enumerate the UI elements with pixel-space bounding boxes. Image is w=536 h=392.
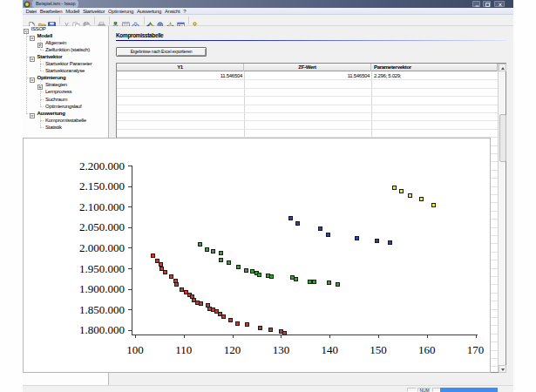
optimize-icon[interactable]: [166, 17, 174, 25]
data-point-serie-gelb: [408, 193, 412, 198]
data-point-serie-gruen: [205, 247, 209, 252]
table-scrollbar[interactable]: [498, 64, 505, 372]
data-point-serie-gruen: [336, 282, 340, 287]
collapse-icon[interactable]: [30, 111, 35, 116]
tree-item-label: Optimierungslauf: [45, 103, 81, 110]
data-point-serie-gruen: [198, 242, 202, 247]
data-point-serie-rot: [174, 282, 179, 287]
tree-item-optimierung[interactable]: Optimierung: [23, 74, 108, 81]
y-tick: [128, 309, 132, 310]
x-tick-label: 130: [263, 343, 298, 357]
x-tick-label: 110: [166, 343, 201, 357]
menu-item-startvektor[interactable]: Startvektor: [81, 8, 106, 15]
panel-title: Kompromisstabelle: [116, 32, 163, 38]
minimize-button[interactable]: [472, 1, 480, 7]
menu-item-modell[interactable]: Modell: [64, 8, 81, 15]
collapse-icon[interactable]: [30, 54, 35, 59]
x-tick-label: 100: [118, 343, 153, 357]
y-tick-label: 2.050.000: [72, 220, 125, 234]
menu-item-ansicht[interactable]: Ansicht: [163, 8, 181, 15]
tree-connector-stub: [40, 71, 44, 71]
menu-bar: DateiBearbeitenModellStartvektorOptimier…: [23, 8, 513, 15]
search-icon[interactable]: [157, 17, 165, 25]
menu-item-bearbeiten[interactable]: Bearbeiten: [38, 8, 64, 15]
tree-item-label: Startvektor Parameter: [45, 60, 92, 67]
tree-item-label: Statistik: [45, 124, 62, 131]
x-tick: [378, 335, 379, 338]
scroll-down-button[interactable]: [499, 365, 506, 373]
toolbar-separator: [109, 17, 110, 24]
save-icon[interactable]: [48, 17, 56, 25]
table-icon[interactable]: [122, 17, 130, 25]
tree-item-startvektor[interactable]: Startvektor: [23, 53, 108, 60]
panel-title-rule: [116, 40, 506, 42]
data-point-serie-gruen: [219, 258, 223, 262]
tree-item-lernprozess[interactable]: Lernprozess: [23, 88, 108, 95]
column-header-y1[interactable]: Y1: [117, 64, 244, 71]
export-to-excel-button[interactable]: Ergebnisse nach Excel exportieren: [116, 47, 207, 57]
grid-row-line: [117, 120, 499, 121]
tree-item-zielfunktion-statisch[interactable]: Zielfunktion (statisch): [23, 46, 108, 53]
grid-row-line: [117, 79, 499, 80]
menu-item-auswertung[interactable]: Auswertung: [135, 8, 163, 15]
column-header-zf-wert[interactable]: ZF-Wert: [244, 64, 371, 71]
data-point-serie-blau: [375, 239, 379, 243]
tree-item-strategien[interactable]: Strategien: [23, 81, 108, 88]
tree-connector-stub: [40, 50, 44, 51]
data-point-serie-gruen: [244, 268, 248, 273]
menu-item-datei[interactable]: Datei: [23, 8, 38, 15]
tree-item-allgemein[interactable]: Allgemein: [23, 39, 108, 46]
tree-connector-line: [40, 81, 41, 106]
data-point-serie-gelb: [431, 203, 436, 207]
data-point-serie-rot: [268, 328, 273, 332]
column-header-parametervektor[interactable]: Parametervektor: [371, 64, 498, 71]
y-tick: [128, 247, 132, 248]
new-file-icon[interactable]: [28, 17, 36, 25]
maximize-button[interactable]: [483, 1, 491, 7]
grid-row-line: [117, 88, 499, 89]
tree-item-kompromisstabelle[interactable]: Kompromisstabelle: [23, 117, 108, 124]
report-icon[interactable]: [177, 17, 185, 25]
table-cell[interactable]: 11.546504: [117, 71, 244, 79]
x-tick: [427, 335, 428, 338]
collapse-icon[interactable]: [30, 33, 35, 38]
y-tick-label: 2.150.000: [72, 179, 125, 193]
data-point-serie-rot: [163, 270, 167, 274]
grid-row-line: [117, 129, 499, 130]
tree-item-modell[interactable]: Modell: [23, 32, 108, 39]
tree-connector-stub: [26, 57, 31, 57]
tree-item-issop[interactable]: ISSOP: [23, 26, 108, 32]
x-tick: [329, 335, 330, 338]
tree-item-optimierungslauf[interactable]: Optimierungslauf: [23, 103, 108, 110]
tree-item-statistik[interactable]: Statistik: [23, 124, 108, 131]
tree-connector-stub: [40, 106, 44, 107]
tree-item-label: Strategien: [45, 81, 67, 88]
x-tick-label: 140: [312, 343, 347, 357]
scrollbar-thumb[interactable]: [499, 114, 506, 162]
close-button[interactable]: [494, 1, 505, 7]
tree-item-startvektoranalyse[interactable]: Startvektoranalyse: [23, 67, 108, 74]
strategy-icon[interactable]: [146, 17, 154, 25]
y-tick-label: 2.200.000: [72, 159, 125, 173]
tree-connector-stub: [26, 113, 31, 114]
y-tick: [128, 206, 132, 207]
scroll-up-button[interactable]: [499, 64, 506, 71]
table-cell[interactable]: 2.296; 5.029;: [371, 71, 498, 79]
tree-item-suchraum[interactable]: Suchraum: [23, 96, 108, 103]
model-icon[interactable]: [112, 17, 119, 25]
tree-connector-stub: [40, 127, 44, 128]
y-tick-label: 2.100.000: [72, 200, 125, 214]
table-cell[interactable]: 11.546504: [244, 71, 371, 79]
x-tick-label: 170: [458, 343, 493, 357]
collapse-icon[interactable]: [24, 26, 29, 31]
menu-item-optimierung[interactable]: Optimierung: [106, 8, 135, 15]
key-icon[interactable]: [191, 17, 199, 25]
menu-item-[interactable]: ?: [181, 8, 187, 15]
grid-row-line: [117, 105, 499, 105]
tree-item-auswertung[interactable]: Auswertung: [23, 110, 108, 117]
tree-item-startvektor-parameter[interactable]: Startvektor Parameter: [23, 60, 108, 67]
application-window: Beispiel.ism - Issop DateiBearbeitenMode…: [23, 0, 513, 392]
open-file-icon[interactable]: [38, 17, 46, 25]
collapse-icon[interactable]: [30, 75, 35, 80]
analysis-icon[interactable]: [132, 17, 139, 25]
